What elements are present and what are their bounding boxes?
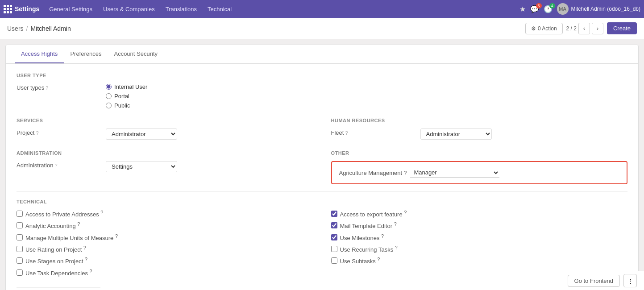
project-field-row: Project ? Administrator User [17, 128, 300, 140]
cb-private-addresses: Access to Private Addresses ? [17, 210, 300, 218]
user-name: Mitchell Admin (odoo_16_db) [571, 6, 640, 12]
updates-icon[interactable]: ★ [519, 5, 526, 13]
more-options-button[interactable]: ⋮ [623, 274, 637, 287]
admin-help[interactable]: ? [54, 163, 57, 168]
hr-header: HUMAN RESOURCES [331, 118, 628, 123]
menu-general-settings[interactable]: General Settings [45, 4, 97, 14]
other-header: OTHER [331, 150, 628, 156]
topnav-menu: General Settings Users & Companies Trans… [45, 4, 236, 14]
avatar: MA [557, 3, 569, 15]
tab-account-security[interactable]: Account Security [108, 45, 164, 63]
technical-header: TECHNICAL [17, 191, 627, 204]
pager-prev[interactable]: ‹ [578, 23, 590, 34]
chat-badge: 5 [536, 3, 542, 8]
goto-frontend-button[interactable]: Go to Frontend [568, 275, 620, 287]
cb-stages-project: Use Stages on Project ? [17, 257, 300, 265]
pager: 2 / 2 ‹ › [566, 23, 603, 34]
user-menu[interactable]: MA Mitchell Admin (odoo_16_db) [557, 3, 640, 15]
cb-rating-project: Use Rating on Project ? [17, 245, 300, 253]
admin-label: Administration ? [17, 161, 106, 169]
radio-portal[interactable]: Portal [106, 93, 147, 99]
ag-select[interactable]: Manager User Administrator [410, 167, 499, 178]
pager-next[interactable]: › [592, 23, 603, 34]
fleet-help[interactable]: ? [345, 130, 348, 136]
page-footer: Go to Frontend ⋮ [100, 271, 644, 290]
gear-icon: ⚙ [531, 25, 536, 32]
fleet-select[interactable]: Administrator User [420, 128, 492, 140]
ag-field-row: Agriculture Management ? Manager User Ad… [339, 167, 620, 178]
tab-preferences[interactable]: Preferences [64, 45, 108, 63]
activity-icon[interactable]: 🕐4 [544, 5, 553, 13]
activity-badge: 4 [549, 3, 555, 8]
project-select[interactable]: Administrator User [106, 128, 177, 140]
ag-label: Agriculture Management ? [339, 170, 407, 176]
chat-icon[interactable]: 💬5 [530, 5, 539, 13]
breadcrumb-bar: Users / Mitchell Admin ⚙ 0 Action 2 / 2 … [0, 18, 644, 39]
pager-label: 2 / 2 [566, 25, 577, 32]
form-body: USER TYPE User types ? Internal User Por… [6, 64, 638, 290]
page-layout: Access Rights Preferences Account Securi… [0, 39, 644, 290]
brand[interactable]: Settings [4, 5, 39, 13]
breadcrumb-parent[interactable]: Users [7, 25, 24, 32]
action-button[interactable]: ⚙ 0 Action [525, 23, 563, 34]
tab-access-rights[interactable]: Access Rights [15, 45, 64, 63]
ag-help[interactable]: ? [403, 170, 407, 176]
menu-technical[interactable]: Technical [203, 4, 236, 14]
cb-analytic-accounting: Analytic Accounting ? [17, 221, 300, 229]
user-type-options: Internal User Portal Public [106, 83, 147, 109]
cb-mail-template: Mail Template Editor ? [331, 221, 628, 229]
fleet-field-row: Fleet ? Administrator User [331, 128, 628, 140]
services-header: SERVICES [17, 118, 300, 123]
user-type-row: User types ? Internal User Portal Public [17, 83, 627, 109]
admin-select[interactable]: Settings Access Rights [106, 161, 177, 172]
radio-internal-user[interactable]: Internal User [106, 83, 147, 90]
ellipsis-icon: ⋮ [627, 278, 633, 284]
breadcrumb-sep: / [26, 25, 28, 32]
user-type-label: User types ? [17, 83, 106, 91]
admin-field-row: Administration ? Settings Access Rights [17, 161, 300, 172]
create-button[interactable]: Create [607, 22, 637, 34]
user-type-header: USER TYPE [17, 73, 627, 78]
cb-subtasks: Use Subtasks ? [331, 257, 628, 265]
tabs: Access Rights Preferences Account Securi… [6, 45, 638, 64]
topnav: Settings General Settings Users & Compan… [0, 0, 644, 18]
menu-translations[interactable]: Translations [161, 4, 201, 14]
user-type-help[interactable]: ? [46, 85, 48, 91]
fleet-label: Fleet ? [331, 128, 420, 136]
radio-public[interactable]: Public [106, 102, 147, 109]
project-help[interactable]: ? [36, 130, 38, 136]
breadcrumb-actions: ⚙ 0 Action 2 / 2 ‹ › Create [525, 22, 637, 34]
technical-fields: Access to Private Addresses ? Analytic A… [17, 210, 627, 280]
grid-icon [4, 5, 12, 13]
project-label: Project ? [17, 128, 106, 136]
cb-recurring-tasks: Use Recurring Tasks ? [331, 245, 628, 253]
admin-header: ADMINISTRATION [17, 150, 300, 156]
cb-multi-uom: Manage Multiple Units of Measure ? [17, 233, 300, 241]
cb-milestones: Use Milestones ? [331, 233, 628, 241]
main-content: Access Rights Preferences Account Securi… [0, 39, 644, 290]
content-card: Access Rights Preferences Account Securi… [5, 45, 639, 290]
breadcrumb-current: Mitchell Admin [30, 25, 71, 32]
agriculture-management-box: Agriculture Management ? Manager User Ad… [331, 161, 628, 184]
menu-users-companies[interactable]: Users & Companies [99, 4, 159, 14]
brand-label: Settings [15, 5, 39, 12]
cb-export-feature: Access to export feature ? [331, 210, 628, 218]
breadcrumb: Users / Mitchell Admin [7, 25, 525, 32]
